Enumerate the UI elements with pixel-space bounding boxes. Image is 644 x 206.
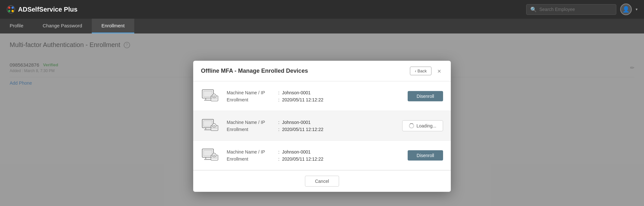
brand-name: ADSelfService Plus — [18, 6, 78, 13]
machine-name-label: Machine Name / IP — [227, 119, 278, 125]
svg-rect-8 — [204, 99, 211, 100]
enrollment-label: Enrollment — [227, 97, 278, 102]
main-content: Multi-factor Authentication - Enrollment… — [0, 33, 644, 206]
tab-enrollment[interactable]: Enrollment — [92, 19, 134, 33]
enrollment-label: Enrollment — [227, 126, 278, 132]
navbar-right: 🔍 👤 ▾ — [526, 4, 638, 15]
machine-name-value: Johnson-0001 — [282, 119, 311, 125]
loading-indicator: Loading... — [402, 120, 443, 131]
enrollment-label: Enrollment — [227, 156, 278, 161]
device-item: ⊞ Machine Name / IP : Johnson-0001 Enrol… — [193, 81, 451, 111]
modal-header-actions: ‹ Back × — [410, 67, 443, 75]
back-button[interactable]: ‹ Back — [410, 67, 431, 75]
tab-change-password[interactable]: Change Password — [33, 19, 92, 33]
device-icon-2: ⊞ — [201, 117, 220, 135]
modal-dialog: Offline MFA - Manage Enrolled Devices ‹ … — [193, 61, 451, 192]
search-box[interactable]: 🔍 — [526, 4, 616, 15]
enrollment-value: 2020/05/11 12:12:22 — [282, 156, 323, 161]
cancel-button[interactable]: Cancel — [305, 176, 339, 187]
svg-text:⊞: ⊞ — [213, 95, 215, 97]
search-icon: 🔍 — [530, 6, 537, 13]
device-info-3: Machine Name / IP : Johnson-0001 Enrollm… — [227, 149, 401, 161]
brand-logo — [6, 5, 15, 14]
modal-footer: Cancel — [193, 170, 451, 192]
svg-rect-16 — [204, 129, 211, 130]
svg-point-1 — [12, 6, 14, 9]
enrollment-value: 2020/05/11 12:12:22 — [282, 126, 323, 132]
svg-point-3 — [8, 10, 10, 12]
svg-text:⊞: ⊞ — [213, 154, 215, 156]
machine-name-label: Machine Name / IP — [227, 149, 278, 154]
modal-header: Offline MFA - Manage Enrolled Devices ‹ … — [193, 61, 451, 81]
svg-point-4 — [12, 10, 14, 12]
modal-title: Offline MFA - Manage Enrolled Devices — [201, 68, 308, 74]
spinner-icon — [409, 123, 414, 128]
disenroll-button-3[interactable]: Disenroll — [408, 150, 443, 160]
avatar-chevron: ▾ — [636, 7, 638, 12]
device-icon-3: ⊞ — [201, 146, 220, 164]
user-avatar[interactable]: 👤 — [620, 4, 632, 15]
device-list: ⊞ Machine Name / IP : Johnson-0001 Enrol… — [193, 81, 451, 170]
search-input[interactable] — [539, 7, 612, 12]
brand: ADSelfService Plus — [6, 5, 78, 14]
machine-name-label: Machine Name / IP — [227, 90, 278, 95]
close-button[interactable]: × — [435, 67, 443, 75]
enrollment-value: 2020/05/11 12:12:22 — [282, 97, 323, 102]
svg-point-2 — [8, 6, 10, 9]
device-item: ⊞ Machine Name / IP : Johnson-0001 Enrol… — [193, 141, 451, 170]
machine-name-value: Johnson-0001 — [282, 149, 311, 154]
machine-name-value: Johnson-0001 — [282, 90, 311, 95]
svg-text:⊞: ⊞ — [213, 124, 215, 126]
device-icon-1: ⊞ — [201, 87, 220, 105]
svg-rect-24 — [204, 159, 211, 160]
svg-point-0 — [7, 5, 15, 14]
device-item: ⊞ Machine Name / IP : Johnson-0001 Enrol… — [193, 111, 451, 141]
device-info-1: Machine Name / IP : Johnson-0001 Enrollm… — [227, 90, 401, 102]
device-info-2: Machine Name / IP : Johnson-0001 Enrollm… — [227, 119, 396, 132]
navbar: ADSelfService Plus 🔍 👤 ▾ — [0, 0, 644, 19]
disenroll-button-1[interactable]: Disenroll — [408, 91, 443, 101]
tab-profile[interactable]: Profile — [0, 19, 33, 33]
tab-bar: Profile Change Password Enrollment — [0, 19, 644, 33]
